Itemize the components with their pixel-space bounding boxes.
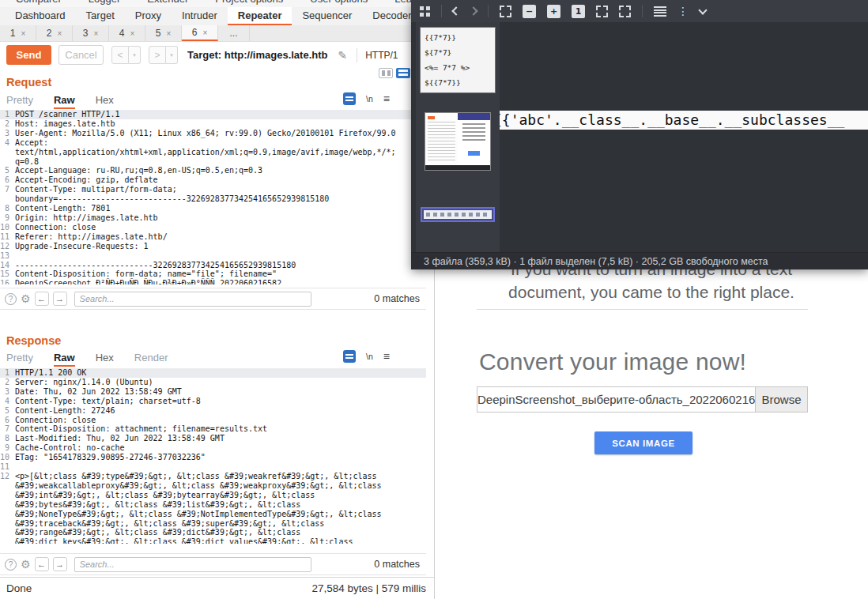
search-next-icon[interactable]: → — [53, 292, 67, 306]
line-number: 11 — [0, 462, 15, 472]
close-tab-icon[interactable]: × — [57, 29, 62, 38]
more-tabs-button[interactable]: ... — [218, 25, 250, 41]
prev-request-dropdown[interactable]: ▾ — [129, 46, 141, 64]
thumbnail-desktop-screenshot[interactable] — [425, 112, 491, 171]
close-tab-icon[interactable]: × — [21, 29, 25, 38]
thumbnail-selected-payload-image[interactable] — [421, 207, 495, 222]
help-icon[interactable]: ? — [5, 559, 17, 571]
request-editor[interactable]: 1 POST /scanner HTTP/1.1 2 Host: images.… — [0, 110, 426, 284]
response-view-tab[interactable]: Raw — [54, 352, 75, 364]
fit-window-icon[interactable] — [596, 6, 608, 17]
editor-menu-icon[interactable]: ≡ — [383, 92, 390, 105]
image-preview-strip[interactable]: {{'abc'.__class__.__base__.__subclasses_… — [500, 111, 868, 130]
browse-button[interactable]: Browse — [755, 387, 807, 412]
kebab-menu-icon[interactable]: ⋮ — [677, 6, 689, 17]
prev-request-button[interactable]: < — [111, 46, 129, 64]
search-prev-icon[interactable]: ← — [35, 292, 49, 306]
line-text: &#39;int&#39;&gt;, &lt;class &#39;bytear… — [15, 491, 315, 500]
cancel-button[interactable]: Cancel — [58, 45, 104, 65]
line-number: 9 — [0, 213, 15, 223]
request-search-input[interactable] — [74, 292, 311, 307]
thumbnail-ssti-payloads[interactable]: {{7*7}}${7*7}<%= 7*7 %>${{7*7}} — [420, 27, 496, 93]
request-view-tab[interactable]: Pretty — [6, 94, 33, 106]
close-tab-icon[interactable]: × — [166, 29, 171, 38]
file-input-value: DeepinScreenshot_выберите-область_202206… — [477, 387, 755, 412]
module-tab[interactable]: Project options — [215, 0, 283, 7]
line-text: q=0.8 — [15, 157, 39, 167]
request-line: 13 — [0, 251, 426, 261]
main-tab[interactable]: Dashboard — [5, 7, 76, 25]
file-upload-input[interactable]: DeepinScreenshot_выберите-область_202206… — [477, 386, 808, 413]
line-text: -----------------------------32269283773… — [15, 261, 296, 270]
zoom-in-icon[interactable]: + — [547, 5, 560, 18]
next-request-dropdown[interactable]: ▾ — [166, 46, 178, 64]
editor-menu-icon[interactable]: ≡ — [383, 350, 390, 363]
repeater-tab-number: 2 — [47, 28, 52, 39]
actual-size-icon[interactable]: 1 — [572, 5, 585, 18]
repeater-tab[interactable]: 1 × — [0, 25, 36, 41]
search-prev-icon[interactable]: ← — [35, 557, 49, 571]
main-tab[interactable]: Target — [76, 7, 125, 25]
response-line: 11 — [0, 462, 426, 472]
image-viewer-window: − + 1 ⋮ {{7*7}}${7*7}<%= 7*7 %>${{7*7}} — [411, 0, 868, 269]
module-tab[interactable]: Extender — [147, 0, 188, 7]
module-tab[interactable]: User options — [310, 0, 368, 7]
repeater-tab[interactable]: 5 × — [145, 25, 182, 41]
line-number: 8 — [0, 434, 15, 443]
request-view-tab[interactable]: Raw — [54, 94, 75, 106]
inspector-toggle-icon[interactable] — [343, 350, 356, 363]
main-tab[interactable]: Repeater — [228, 7, 292, 25]
show-newlines-icon[interactable]: \n — [366, 94, 373, 104]
main-tab[interactable]: Intruder — [172, 7, 228, 25]
previous-image-icon[interactable] — [451, 6, 460, 15]
line-number: 4 — [0, 397, 15, 406]
request-line: 6 Accept-Encoding: gzip, deflate — [0, 175, 426, 185]
fit-width-icon[interactable] — [619, 6, 631, 17]
thumbnail-grid-icon[interactable] — [420, 6, 430, 17]
next-request-button[interactable]: > — [149, 46, 166, 64]
response-editor[interactable]: 1 HTTP/1.1 200 OK 2 Server: nginx/1.14.0… — [0, 368, 426, 544]
edit-target-icon[interactable]: ✎ — [338, 49, 347, 62]
repeater-tab-bar: 1 × 2 × 3 × 4 × — [0, 25, 434, 42]
scan-image-button[interactable]: SCAN IMAGE — [594, 431, 693, 454]
close-tab-icon[interactable]: × — [130, 29, 134, 38]
repeater-tab[interactable]: 6 × — [182, 25, 218, 41]
send-button[interactable]: Send — [6, 45, 51, 65]
divider — [477, 309, 808, 310]
request-line: 9 Origin: http://images.late.htb — [0, 213, 426, 223]
request-line: 10 Connection: close — [0, 223, 426, 232]
response-search-input[interactable] — [74, 557, 311, 572]
zoom-out-icon[interactable]: − — [523, 5, 536, 18]
repeater-tab[interactable]: 4 × — [109, 25, 145, 41]
fullscreen-icon[interactable] — [500, 6, 511, 17]
layout-columns-icon[interactable] — [379, 68, 393, 78]
search-next-icon[interactable]: → — [53, 557, 67, 571]
repeater-tab[interactable]: 3 × — [73, 25, 109, 41]
response-view-tab[interactable]: Pretty — [6, 352, 33, 364]
response-view-tab[interactable]: Render — [134, 352, 168, 364]
module-tab[interactable]: Logger — [89, 0, 120, 7]
layout-rows-icon[interactable] — [396, 68, 410, 78]
response-search-bar: ? ⚙ ← → 0 matches — [0, 553, 426, 575]
repeater-tab[interactable]: 2 × — [36, 25, 73, 41]
show-newlines-icon[interactable]: \n — [366, 352, 373, 361]
line-number: 15 — [0, 269, 15, 279]
response-view-tab[interactable]: Hex — [96, 352, 114, 364]
next-image-icon[interactable] — [469, 6, 477, 15]
request-line: 2 Host: images.late.htb — [0, 119, 426, 129]
close-tab-icon[interactable]: × — [202, 28, 207, 37]
main-tab[interactable]: Sequencer — [292, 7, 362, 25]
chevron-down-icon[interactable] — [698, 6, 707, 14]
main-tab[interactable]: Proxy — [125, 7, 172, 25]
help-icon[interactable]: ? — [5, 293, 17, 305]
repeater-toolbar: Send Cancel < ▾ > ▾ Target: http://image… — [0, 42, 434, 68]
http-version-label[interactable]: HTTP/1 — [365, 50, 398, 61]
line-text: Host: images.late.htb — [15, 119, 115, 129]
module-tab[interactable]: Comparer — [16, 0, 62, 7]
gear-icon[interactable]: ⚙ — [21, 292, 31, 305]
inspector-toggle-icon[interactable] — [343, 92, 356, 105]
request-view-tab[interactable]: Hex — [96, 94, 114, 106]
list-view-icon[interactable] — [654, 6, 666, 17]
gear-icon[interactable]: ⚙ — [21, 558, 31, 571]
close-tab-icon[interactable]: × — [93, 29, 98, 38]
